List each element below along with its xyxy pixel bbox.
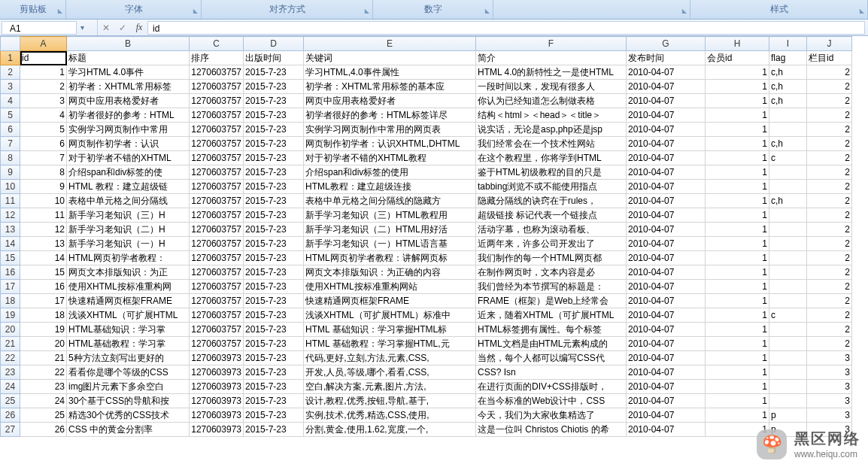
ribbon-group[interactable]: 字体: [66, 0, 202, 19]
cell[interactable]: 出版时间: [244, 51, 304, 65]
cell[interactable]: 1: [706, 80, 769, 94]
cell[interactable]: 15: [20, 265, 67, 280]
cell[interactable]: 1: [706, 123, 769, 137]
cell[interactable]: 2: [807, 80, 852, 94]
row-header[interactable]: 24: [1, 380, 20, 394]
cell[interactable]: 2: [807, 180, 852, 194]
cell[interactable]: 2: [807, 151, 852, 165]
cell[interactable]: 30个基于CSS的导航和按: [67, 394, 190, 408]
cell[interactable]: 3: [20, 94, 67, 108]
cell[interactable]: flag: [769, 51, 807, 65]
cell[interactable]: 在当今标准的Web设计中，CSS: [476, 394, 627, 408]
column-header[interactable]: I: [769, 37, 807, 51]
cell[interactable]: 2010-04-07: [627, 423, 706, 437]
cell[interactable]: 表格中单元格之间分隔线的隐藏方: [304, 194, 476, 208]
cell[interactable]: 新手学习老知识（二）H: [67, 223, 190, 237]
cell[interactable]: 2: [807, 237, 852, 251]
cell[interactable]: 1: [706, 265, 769, 280]
cell[interactable]: 2010-04-07: [627, 94, 706, 108]
cell[interactable]: c: [769, 151, 807, 165]
cell[interactable]: 网页中应用表格爱好者: [67, 94, 190, 108]
column-header[interactable]: B: [67, 37, 190, 51]
cell[interactable]: 快速精通网页框架FRAME: [67, 294, 190, 308]
cell[interactable]: 2010-04-07: [627, 408, 706, 423]
cell[interactable]: 网页文本排版知识：为正: [67, 265, 190, 280]
cell[interactable]: CSS 中的黄金分割率: [67, 423, 190, 437]
cell[interactable]: 3: [807, 380, 852, 394]
row-header[interactable]: 23: [1, 365, 20, 380]
cell[interactable]: 新手学习老知识（二）HTML用好活: [304, 223, 476, 237]
cell[interactable]: 1: [706, 137, 769, 151]
cell[interactable]: 实例,技术,优秀,精选,CSS,使用,: [304, 408, 476, 423]
cell[interactable]: c,h: [769, 94, 807, 108]
cell[interactable]: 1: [706, 351, 769, 365]
column-header[interactable]: E: [304, 37, 476, 51]
cell[interactable]: 这是一位叫 Christos Chiotis 的希: [476, 423, 627, 437]
cell[interactable]: 2: [807, 123, 852, 137]
cell[interactable]: 1270603757: [190, 251, 244, 265]
row-header[interactable]: 13: [1, 223, 20, 237]
cell[interactable]: 2015-7-23: [244, 351, 304, 365]
cell[interactable]: 介绍span和div标签的使: [67, 165, 190, 180]
cell[interactable]: 鉴于HTML初级教程的目的只是: [476, 165, 627, 180]
cell[interactable]: 3: [807, 408, 852, 423]
cell[interactable]: 2010-04-07: [627, 180, 706, 194]
row-header[interactable]: 6: [1, 123, 20, 137]
cell[interactable]: HTML网页初学者教程：: [67, 251, 190, 265]
cell[interactable]: 排序: [190, 51, 244, 65]
cell[interactable]: 1270603973: [190, 380, 244, 394]
cell[interactable]: 1: [706, 423, 769, 437]
cell[interactable]: [769, 180, 807, 194]
cell[interactable]: 2010-04-07: [627, 223, 706, 237]
cell[interactable]: [769, 351, 807, 365]
cell[interactable]: 2015-7-23: [244, 408, 304, 423]
cell[interactable]: 说实话，无论是asp,php还是jsp: [476, 123, 627, 137]
cell[interactable]: 2015-7-23: [244, 165, 304, 180]
row-header[interactable]: 11: [1, 194, 20, 208]
cell[interactable]: 7: [20, 151, 67, 165]
cell[interactable]: 2010-04-07: [627, 351, 706, 365]
cell[interactable]: 当然，每个人都可以编写CSS代: [476, 351, 627, 365]
cell[interactable]: 1270603757: [190, 180, 244, 194]
cell[interactable]: 实例学习网页制作中常用: [67, 123, 190, 137]
cell[interactable]: 2: [807, 137, 852, 151]
cell[interactable]: 2015-7-23: [244, 394, 304, 408]
cell[interactable]: 超级链接 标记代表一个链接点: [476, 208, 627, 223]
cell[interactable]: 近来，随着XHTML（可扩展HTML: [476, 308, 627, 323]
cell[interactable]: CSS? Isn: [476, 365, 627, 380]
cell[interactable]: 1: [706, 323, 769, 337]
cell[interactable]: [769, 123, 807, 137]
formula-input[interactable]: id: [147, 21, 865, 35]
column-header[interactable]: J: [807, 37, 852, 51]
cell[interactable]: 代码,更好,立刻,方法,元素,CSS,: [304, 351, 476, 365]
cell[interactable]: 2015-7-23: [244, 337, 304, 351]
cell[interactable]: [769, 323, 807, 337]
row-header[interactable]: 7: [1, 137, 20, 151]
cell[interactable]: 2010-04-07: [627, 137, 706, 151]
column-header[interactable]: D: [244, 37, 304, 51]
cell[interactable]: 1: [706, 308, 769, 323]
cell[interactable]: 2: [807, 165, 852, 180]
row-header[interactable]: 1: [1, 51, 20, 65]
cell[interactable]: c,h: [769, 65, 807, 80]
cell[interactable]: 标题: [67, 51, 190, 65]
row-header[interactable]: 21: [1, 337, 20, 351]
cell[interactable]: 2010-04-07: [627, 308, 706, 323]
cell[interactable]: [769, 365, 807, 380]
cell[interactable]: 2015-7-23: [244, 323, 304, 337]
row-header[interactable]: 4: [1, 94, 20, 108]
cell[interactable]: [769, 223, 807, 237]
cell[interactable]: [769, 237, 807, 251]
cell[interactable]: 1270603757: [190, 194, 244, 208]
cell[interactable]: img图片元素下多余空白: [67, 380, 190, 394]
cell[interactable]: 2015-7-23: [244, 108, 304, 123]
row-header[interactable]: 25: [1, 394, 20, 408]
row-header[interactable]: 14: [1, 237, 20, 251]
cell[interactable]: 在制作网页时，文本内容是必: [476, 265, 627, 280]
cell[interactable]: 2010-04-07: [627, 165, 706, 180]
cell[interactable]: 16: [20, 280, 67, 294]
cell[interactable]: 25: [20, 408, 67, 423]
cell[interactable]: 你认为已经知道怎么制做表格: [476, 94, 627, 108]
ribbon-group[interactable]: 样式: [690, 0, 868, 19]
ribbon-group[interactable]: [493, 0, 690, 19]
